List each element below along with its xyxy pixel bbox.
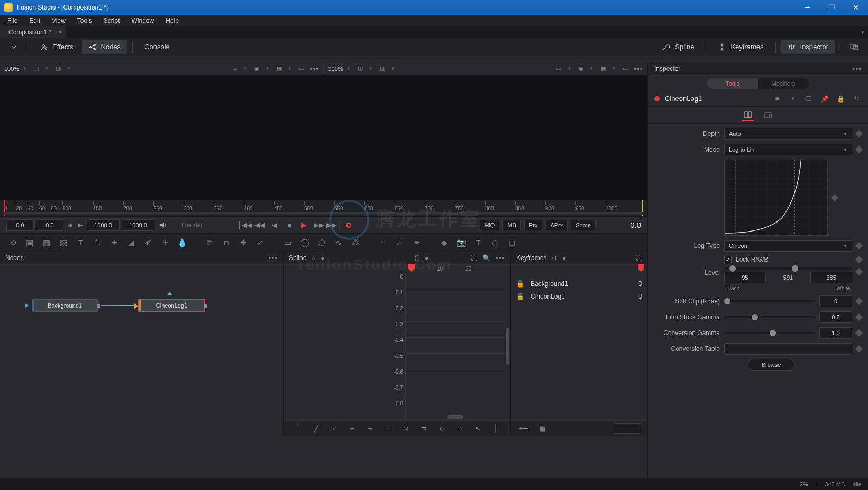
inspector-button[interactable]: Inspector [781,40,835,54]
node-output-port[interactable] [204,304,207,308]
keyframe-row[interactable]: 🔓 CineonLog1 0 [516,291,642,302]
shelf-wand-icon[interactable]: ⁂ [348,236,363,249]
range-b-field[interactable]: 1000.0 [122,219,154,231]
spline-step-out-icon[interactable]: ¬ [364,424,377,432]
goto-start-icon[interactable]: │◀◀ [239,219,251,232]
menu-view[interactable]: View [47,16,71,25]
shelf-brightness-icon[interactable]: ☀ [158,236,172,249]
logtype-dropdown[interactable]: Cineon▼ [724,240,852,252]
kf-hzoom-icon[interactable]: ⟷ [517,424,530,432]
rect-icon[interactable]: ▭ [296,64,307,73]
level-keyframe-icon[interactable] [855,268,863,275]
softclip-slider[interactable] [724,300,815,302]
softclip-keyframe-icon[interactable] [855,298,863,305]
next-arrow-icon[interactable]: ▶ [76,222,85,228]
convtable-field[interactable] [724,343,852,355]
shelf-transform-icon[interactable]: ✥ [236,236,251,249]
kf-expand-icon[interactable]: ⛶ [636,254,642,262]
spline-zoom-icon[interactable]: ⟐ [312,254,315,262]
kf-dot-icon[interactable]: ● [562,254,566,262]
close-button[interactable]: ✕ [844,0,868,15]
spline-pingpong-icon[interactable]: ⟐ [454,424,467,432]
shelf-paint-icon[interactable]: ✎ [90,236,105,249]
range-a-field[interactable]: 1000.0 [87,219,120,231]
lock-keyframe-icon[interactable] [855,256,863,263]
shelf-resize-icon[interactable]: ⤢ [253,236,268,249]
tool-color-dropdown[interactable]: ▼ [788,96,798,101]
convgamma-keyframe-icon[interactable] [855,329,863,337]
render-label[interactable]: Render [171,221,213,229]
shelf-pemitter-icon[interactable]: ✷ [409,236,424,249]
spline-reverse-icon[interactable]: ⤮ [400,424,413,432]
stop-icon[interactable]: ■ [283,219,296,232]
spline-options-icon[interactable]: ••• [496,254,505,262]
console-button[interactable]: Console [138,40,176,54]
shelf-rectangle-icon[interactable]: ▭ [280,236,295,249]
spline-button[interactable]: Spline [656,40,700,54]
level-white-thumb[interactable] [792,265,798,272]
lock-icon[interactable]: 🔓 [516,280,524,288]
grid-icon[interactable]: ▦ [274,64,285,73]
shelf-shape3d-icon[interactable]: ◍ [488,236,502,249]
level-black-thumb[interactable] [729,265,736,272]
menu-tools[interactable]: Tools [72,16,97,25]
keyframe-row[interactable]: 🔓 Background1 0 [516,278,642,290]
viewer-left-zoom[interactable]: 100% [4,66,19,72]
tool-lock-icon[interactable]: 🔒 [835,95,846,103]
document-tab[interactable]: Composition1 * × [0,26,67,38]
menu-script[interactable]: Script [98,16,125,25]
viewer-left-options-icon[interactable]: ••• [310,64,319,73]
mode-dropdown[interactable]: Log to Lin▼ [724,144,852,155]
minimize-button[interactable]: ─ [795,0,819,15]
current-time-field[interactable]: 0.0 [36,219,63,231]
shelf-channels-icon[interactable]: ⧈ [219,236,234,249]
curve-keyframe-icon[interactable] [831,194,838,201]
step-back-icon[interactable]: ◀◀ [253,219,266,232]
goto-end-icon[interactable]: ▶▶│ [327,219,340,232]
level-white-field[interactable]: 685 [810,272,852,283]
dual-monitor-button[interactable] [846,40,863,54]
shelf-sparkle-icon[interactable]: ✦ [107,236,122,249]
inspector-tab-modifiers[interactable]: Modifiers [758,78,809,89]
keyframes-editor[interactable]: 🔓 Background1 0 🔓 CineonLog1 0 ⟷ ▦ [511,264,647,436]
shelf-prender-icon[interactable]: ☄ [392,236,407,249]
convtable-keyframe-icon[interactable] [855,345,863,353]
spline-expand-icon[interactable]: ⛶ [471,254,477,262]
spline-vscroll[interactable] [506,328,509,365]
layout-split-icon[interactable]: ◫ [31,64,41,73]
shelf-blur-icon[interactable]: 💧 [175,236,189,249]
fit-icon-r[interactable]: ▭ [553,64,564,73]
level-black-field[interactable]: 95 [724,272,766,283]
tool-color-swatch[interactable]: ■ [772,95,782,103]
spline-dot-icon[interactable]: ● [321,254,324,262]
maximize-button[interactable]: ☐ [819,0,844,15]
node-input-port[interactable] [134,303,138,309]
shelf-fastnoise-icon[interactable]: ▦ [39,236,54,249]
node-output-port[interactable] [97,304,100,308]
keyframes-button[interactable]: Keyframes [711,40,770,54]
shelf-merge-icon[interactable]: ⧉ [202,236,217,249]
filmgamma-field[interactable]: 0.6 [819,311,852,323]
spline-ibar-icon[interactable]: │ [490,424,502,432]
time-ruler[interactable]: 0204060801001502002503003504004505005506… [0,200,647,217]
spline-linear-icon[interactable]: ╱ [310,424,323,432]
level-range-slider[interactable] [724,267,852,270]
shelf-cube-icon[interactable]: ◻ [505,236,519,249]
shelf-polygon-icon[interactable]: ⬠ [314,236,329,249]
kf-grid-icon[interactable]: ▦ [536,424,549,432]
convgamma-field[interactable]: 1.0 [819,327,852,339]
shelf-ellipse-icon[interactable]: ◯ [297,236,312,249]
spline-hscrub[interactable] [447,415,463,419]
tool-pin-icon[interactable]: 📌 [819,95,830,103]
viewer-right-zoom[interactable]: 100% [328,66,343,72]
some-button[interactable]: Some [571,220,596,230]
node-cineonlog[interactable]: CineonLog1 [139,299,205,312]
spline-flat-icon[interactable]: ─ [382,424,395,432]
shelf-background-icon[interactable]: ▣ [22,236,37,249]
menu-window[interactable]: Window [126,16,160,25]
prev-arrow-icon[interactable]: ◀ [66,222,74,228]
in-point-field[interactable]: 0.0 [6,219,34,231]
tool-versions-icon[interactable]: ❐ [803,95,814,103]
shelf-bspline-icon[interactable]: ∿ [331,236,346,249]
node-graph[interactable]: Background1 CineonLog1 [0,264,283,436]
